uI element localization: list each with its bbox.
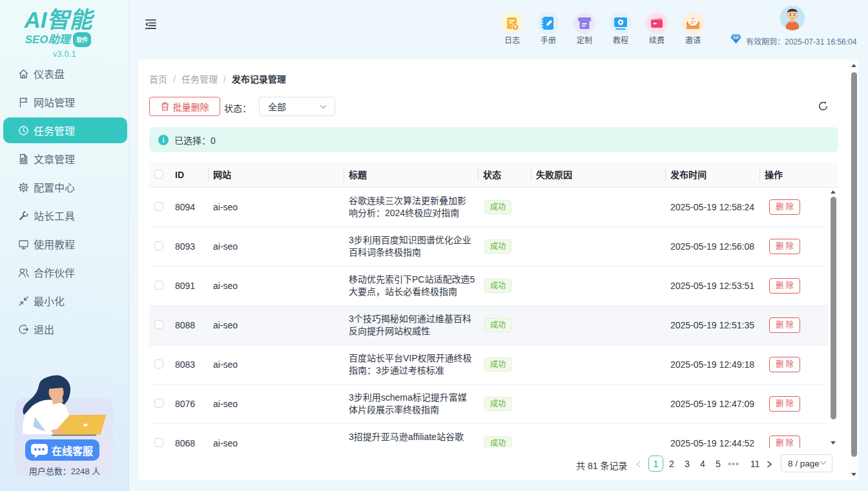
svg-text:VIP: VIP <box>733 36 739 40</box>
